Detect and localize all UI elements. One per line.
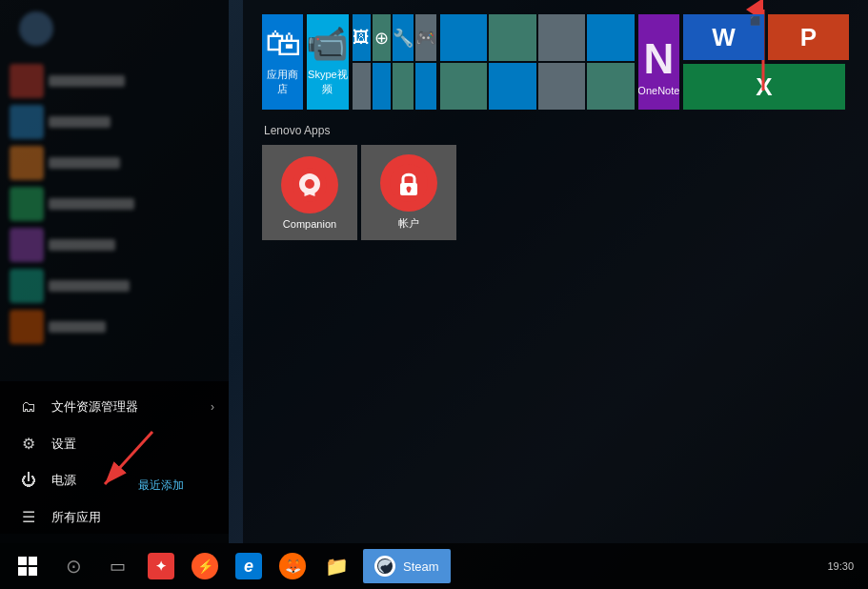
settings-label: 设置 bbox=[51, 436, 76, 453]
steam-logo bbox=[374, 556, 395, 577]
pinup2-tile-2[interactable] bbox=[489, 14, 536, 61]
file-explorer-label: 文件资源管理器 bbox=[51, 398, 138, 416]
account-icon bbox=[380, 154, 437, 212]
taskbar-clock: 19:30 bbox=[827, 560, 854, 572]
pinup2-tile-4[interactable] bbox=[587, 14, 635, 61]
pinup-tile-1[interactable]: 🖼 bbox=[353, 14, 371, 61]
menu-item-settings[interactable]: ⚙ 设置 bbox=[0, 425, 229, 462]
pinup2-tile-3[interactable] bbox=[538, 14, 586, 61]
taskbar-app-1[interactable]: ✦ bbox=[140, 545, 182, 587]
file-explorer-arrow: › bbox=[211, 400, 214, 414]
file-explorer-icon: 🗂 bbox=[19, 398, 38, 416]
skype-icon: 📹 bbox=[307, 24, 348, 64]
account-label: 帐户 bbox=[398, 216, 419, 231]
lenovo-section-label: Lenovo Apps bbox=[262, 124, 849, 137]
cortana-button[interactable]: ⊙ bbox=[52, 545, 94, 587]
all-apps-label: 所有应用 bbox=[51, 509, 101, 526]
pinup2-tile-5[interactable] bbox=[440, 63, 488, 110]
task-view-button[interactable]: ▭ bbox=[96, 545, 138, 587]
desktop: 🗂 文件资源管理器 › ⚙ 设置 ⏻ 电源 ☰ 所有应用 最近添加 bbox=[0, 0, 868, 589]
word-icon: W bbox=[712, 23, 736, 52]
firefox-icon: 🦊 bbox=[279, 553, 306, 579]
taskbar-app-1-icon: ✦ bbox=[148, 553, 174, 579]
start-button[interactable] bbox=[5, 543, 50, 589]
power-icon: ⏻ bbox=[19, 472, 38, 489]
firefox-button[interactable]: 🦊 bbox=[272, 545, 313, 587]
tiles-area: 🛍 应用商店 📹 Skype视频 🖼 ⊕ 🔧 🎮 bbox=[243, 0, 868, 543]
pinup-tile-6[interactable] bbox=[373, 63, 391, 110]
pinup-tiles-2[interactable] bbox=[440, 14, 635, 110]
taskbar-app-2[interactable]: ⚡ bbox=[184, 545, 226, 587]
pinup-tile-2[interactable]: ⊕ bbox=[373, 14, 391, 61]
edge-button[interactable]: e bbox=[228, 545, 270, 587]
taskbar: ⊙ ▭ ✦ ⚡ e 🦊 bbox=[0, 543, 868, 589]
edge-icon: e bbox=[235, 553, 262, 579]
bottom-menu: 🗂 文件资源管理器 › ⚙ 设置 ⏻ 电源 ☰ 所有应用 bbox=[0, 381, 229, 543]
menu-item-power[interactable]: ⏻ 电源 bbox=[0, 462, 229, 498]
app-store-icon: 🛍 bbox=[265, 23, 301, 64]
companion-label: Companion bbox=[283, 218, 336, 230]
pinup-tile-3[interactable]: 🔧 bbox=[393, 14, 414, 61]
power-label: 电源 bbox=[51, 472, 76, 489]
pinup-tile-8[interactable] bbox=[415, 63, 436, 110]
pinup-tile-7[interactable] bbox=[393, 63, 414, 110]
svg-point-5 bbox=[305, 179, 314, 189]
tile-app-store[interactable]: 🛍 应用商店 bbox=[262, 14, 303, 110]
powerpoint-icon: P bbox=[800, 23, 817, 52]
task-view-icon: ▭ bbox=[110, 556, 126, 577]
pinup2-tile-6[interactable] bbox=[489, 63, 536, 110]
menu-item-file-explorer[interactable]: 🗂 文件资源管理器 › bbox=[0, 389, 229, 425]
tile-companion[interactable]: Companion bbox=[262, 145, 357, 240]
svg-rect-9 bbox=[408, 189, 411, 193]
tile-skype[interactable]: 📹 Skype视频 bbox=[307, 14, 348, 110]
taskbar-right: 19:30 bbox=[827, 560, 863, 572]
onenote-label: OneNote bbox=[638, 85, 679, 96]
word-label: ⬛ bbox=[750, 16, 760, 26]
taskbar-app-2-icon: ⚡ bbox=[192, 553, 218, 579]
app-store-label: 应用商店 bbox=[262, 68, 303, 96]
recently-added-label[interactable]: 最近添加 bbox=[138, 477, 184, 494]
file-explorer-taskbar-button[interactable]: 📁 bbox=[315, 545, 357, 587]
pinup-tile-5[interactable] bbox=[353, 63, 371, 110]
tile-account[interactable]: 帐户 bbox=[361, 145, 456, 240]
tile-onenote[interactable]: N OneNote bbox=[638, 14, 679, 110]
settings-icon: ⚙ bbox=[19, 435, 38, 453]
pinup-tile-4[interactable]: 🎮 bbox=[415, 14, 436, 61]
pinup2-tile-8[interactable] bbox=[587, 63, 635, 110]
pinup2-tile-7[interactable] bbox=[538, 63, 586, 110]
steam-label: Steam bbox=[403, 559, 439, 574]
skype-label: Skype视频 bbox=[307, 68, 348, 96]
cortana-icon: ⊙ bbox=[66, 555, 82, 578]
companion-icon bbox=[281, 156, 338, 213]
all-apps-icon: ☰ bbox=[19, 508, 38, 526]
pinup-tiles[interactable]: 🖼 ⊕ 🔧 🎮 bbox=[353, 14, 436, 110]
user-avatar-area bbox=[0, 0, 229, 57]
menu-item-all-apps[interactable]: ☰ 所有应用 bbox=[0, 498, 229, 536]
tile-word[interactable]: W ⬛ bbox=[683, 14, 764, 60]
file-explorer-taskbar-icon: 📁 bbox=[325, 555, 349, 578]
windows-logo bbox=[18, 557, 37, 576]
onenote-icon: N bbox=[643, 35, 674, 83]
pinup2-tile-1[interactable] bbox=[440, 14, 488, 61]
lenovo-tiles-row: Companion 帐户 bbox=[262, 145, 849, 240]
steam-button[interactable]: Steam bbox=[363, 549, 451, 583]
